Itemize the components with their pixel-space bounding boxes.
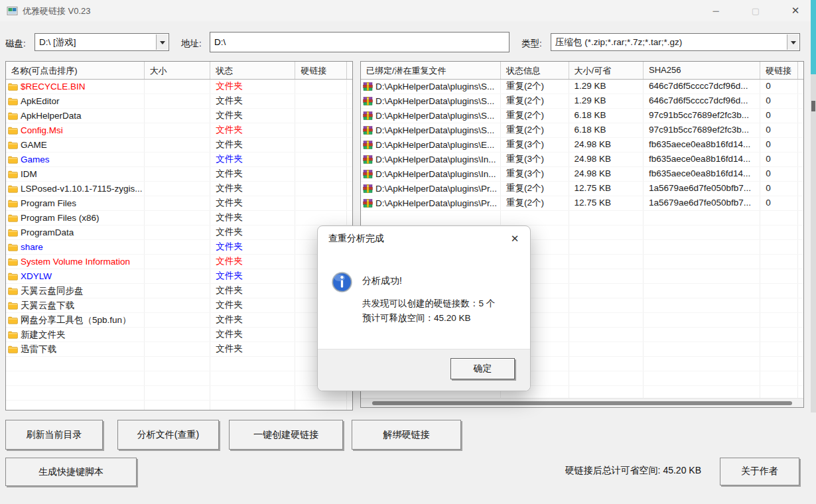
folder-icon — [8, 258, 18, 266]
duplicate-file-row[interactable]: D:\ApkHelperData\plugins\In...重复(3个)24.9… — [361, 167, 803, 182]
folder-icon — [8, 112, 18, 120]
column-header-statusinfo[interactable]: 状态信息 — [501, 62, 569, 79]
duplicate-file-row[interactable]: D:\ApkHelperData\plugins\In...重复(3个)24.9… — [361, 153, 803, 167]
folder-icon — [8, 156, 18, 164]
about-author-button[interactable]: 关于作者 — [720, 458, 799, 485]
file-name: D:\ApkHelperData\plugins\Pr... — [375, 182, 497, 196]
file-name: XDYLW — [21, 270, 52, 283]
folder-row[interactable]: 新建文件夹文件夹 — [6, 328, 352, 342]
file-name: LSPosed-v1.10.1-7115-zygis... — [21, 182, 143, 196]
column-header-size[interactable]: 大小 — [145, 62, 210, 79]
folder-icon — [8, 346, 18, 353]
file-name: ProgramData — [21, 226, 74, 239]
create-hardlinks-button[interactable]: 一键创建硬链接 — [229, 420, 343, 450]
dialog-close-icon[interactable]: ✕ — [506, 230, 523, 247]
file-name: Program Files (x86) — [21, 212, 100, 225]
folder-row[interactable]: IDM文件夹 — [6, 167, 352, 182]
duplicate-file-row[interactable]: D:\ApkHelperData\plugins\Pr...重复(2个)12.7… — [361, 196, 803, 211]
type-combobox[interactable]: 压缩包 (*.zip;*.rar;*.7z;*.tar;*.gz) — [551, 33, 800, 51]
archive-file-icon — [363, 126, 373, 135]
analyze-files-button[interactable]: 分析文件(查重) — [117, 420, 219, 450]
dialog-message: 分析成功! — [362, 275, 402, 287]
folder-row[interactable]: LSPosed-v1.10.1-7115-zygis...文件夹 — [6, 182, 352, 196]
generate-script-button[interactable]: 生成快捷键脚本 — [5, 458, 137, 486]
file-name: 天翼云盘同步盘 — [21, 284, 84, 298]
title-bar: 优雅硬链接 V0.23 ─ ▢ ✕ — [0, 0, 816, 21]
folder-row[interactable]: ProgramData文件夹 — [6, 225, 352, 240]
folder-list-panel: 名称(可点击排序) 大小 状态 硬链接 $RECYCLE.BIN文件夹ApkEd… — [5, 61, 353, 410]
file-name: D:\ApkHelperData\plugins\Pr... — [375, 197, 497, 210]
address-label: 地址: — [181, 38, 202, 50]
folder-row[interactable]: System Volume Information文件夹 — [6, 255, 352, 269]
folder-row[interactable]: Program Files (x86)文件夹 — [6, 211, 352, 225]
folder-row[interactable]: share文件夹 — [6, 240, 352, 255]
duplicate-file-row[interactable]: D:\ApkHelperData\plugins\S...重复(2个)1.29 … — [361, 94, 803, 109]
scrollbar-thumb[interactable] — [372, 401, 792, 405]
column-header-links[interactable]: 硬链接 — [760, 62, 798, 79]
column-header-name[interactable]: 名称(可点击排序) — [6, 62, 145, 79]
column-header-links[interactable]: 硬链接 — [295, 62, 347, 79]
folder-row[interactable]: GAME文件夹 — [6, 138, 352, 153]
folder-row[interactable]: 网盘分享工具包（5pb.fun）文件夹 — [6, 313, 352, 328]
folder-icon — [8, 127, 18, 135]
file-name: ApkHelperData — [21, 109, 82, 123]
close-button[interactable]: ✕ — [780, 0, 811, 21]
empty-row — [6, 386, 352, 401]
folder-icon — [8, 170, 18, 178]
folder-row[interactable]: Config.Msi文件夹 — [6, 123, 352, 138]
folder-row[interactable]: 迅雷下载文件夹 — [6, 342, 352, 357]
minimize-button[interactable]: ─ — [701, 0, 731, 21]
dialog-detail-space: 预计可释放空间：45.20 KB — [362, 312, 471, 324]
duplicate-file-row[interactable]: D:\ApkHelperData\plugins\Pr...重复(2个)12.7… — [361, 182, 803, 196]
empty-row — [6, 371, 352, 386]
horizontal-scrollbar[interactable] — [361, 398, 803, 407]
disk-label: 磁盘: — [5, 38, 26, 50]
unbind-hardlinks-button[interactable]: 解绑硬链接 — [352, 420, 461, 450]
column-header-sha256[interactable]: SHA256 — [644, 62, 760, 79]
duplicate-file-row[interactable]: D:\ApkHelperData\plugins\S...重复(2个)1.29 … — [361, 80, 803, 94]
archive-file-icon — [363, 184, 373, 193]
folder-icon — [8, 200, 18, 208]
dialog-footer: 确定 — [318, 349, 530, 391]
empty-row — [6, 401, 352, 410]
chevron-down-icon[interactable] — [787, 34, 799, 50]
type-label: 类型: — [521, 38, 542, 50]
chevron-down-icon[interactable] — [156, 34, 168, 50]
folder-icon — [8, 141, 18, 149]
address-input[interactable] — [210, 32, 510, 52]
folder-icon — [8, 302, 18, 310]
background-window-edge — [811, 0, 816, 412]
file-name: Games — [21, 153, 50, 166]
file-name: 新建文件夹 — [21, 328, 66, 342]
folder-row[interactable]: $RECYCLE.BIN文件夹 — [6, 80, 352, 94]
file-name: 天翼云盘下载 — [21, 299, 74, 312]
ok-button[interactable]: 确定 — [450, 358, 515, 379]
folder-row[interactable]: Games文件夹 — [6, 153, 352, 167]
folder-row[interactable]: XDYLW文件夹 — [6, 269, 352, 284]
archive-file-icon — [363, 111, 373, 120]
column-header-status[interactable]: 状态 — [210, 62, 295, 79]
folder-icon — [8, 331, 18, 339]
folder-row[interactable]: ApkEditor文件夹 — [6, 94, 352, 109]
folder-row[interactable]: Program Files文件夹 — [6, 196, 352, 211]
archive-file-icon — [363, 199, 373, 208]
disk-combobox[interactable]: D:\ [游戏] — [34, 33, 169, 51]
folder-row[interactable]: ApkHelperData文件夹 — [6, 109, 352, 123]
dialog-title: 查重分析完成 — [328, 233, 384, 245]
folder-icon — [8, 287, 18, 295]
column-header-file[interactable]: 已绑定/潜在重复文件 — [361, 62, 501, 79]
duplicate-file-row[interactable]: D:\ApkHelperData\plugins\S...重复(2个)6.18 … — [361, 123, 803, 138]
refresh-directory-button[interactable]: 刷新当前目录 — [5, 420, 103, 450]
file-name: 迅雷下载 — [21, 343, 56, 356]
file-name: D:\ApkHelperData\plugins\S... — [375, 124, 494, 137]
folder-row[interactable]: 天翼云盘下载文件夹 — [6, 298, 352, 313]
file-name: 网盘分享工具包（5pb.fun） — [21, 314, 131, 327]
column-header-savings[interactable]: 大小/可省 — [569, 62, 644, 79]
maximize-button[interactable]: ▢ — [740, 0, 771, 21]
duplicate-file-row[interactable]: D:\ApkHelperData\plugins\S...重复(2个)6.18 … — [361, 109, 803, 123]
archive-file-icon — [363, 97, 373, 105]
window-title: 优雅硬链接 V0.23 — [23, 5, 91, 17]
duplicate-file-row[interactable]: D:\ApkHelperData\plugins\E...重复(3个)24.98… — [361, 138, 803, 153]
file-name: IDM — [21, 168, 37, 181]
folder-row[interactable]: 天翼云盘同步盘文件夹 — [6, 284, 352, 298]
